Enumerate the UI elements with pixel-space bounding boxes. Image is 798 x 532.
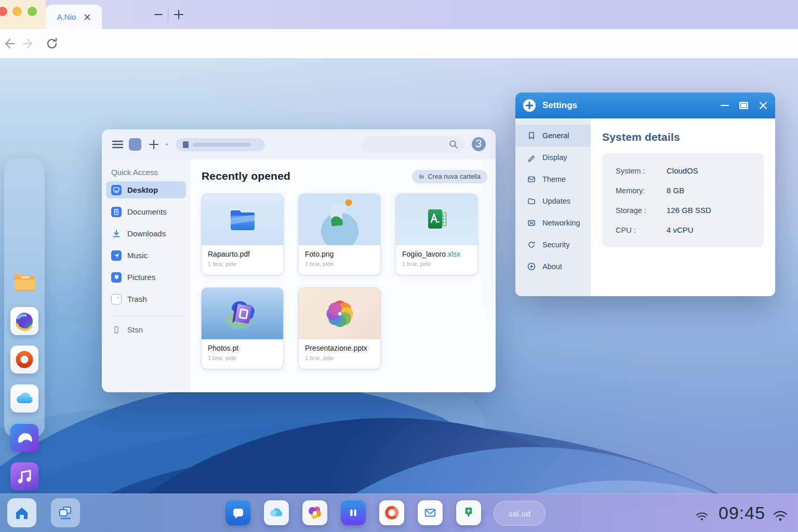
dock-music-app[interactable] bbox=[10, 462, 38, 490]
file-card[interactable]: Presentazione.pptx 1 brar, pide bbox=[299, 288, 380, 369]
file-ext: .png bbox=[320, 250, 334, 258]
detail-value: 126 GB SSD bbox=[667, 206, 750, 215]
desktop-icon bbox=[111, 185, 122, 195]
taskbar-maps-app[interactable] bbox=[456, 500, 481, 525]
dock-browser-app[interactable] bbox=[10, 307, 38, 335]
file-manager-window: Quick Access Desktop Documents bbox=[102, 129, 496, 392]
tabstrip-divider bbox=[168, 7, 168, 22]
settings-nav-theme[interactable]: Theme bbox=[515, 168, 591, 190]
reload-icon[interactable] bbox=[45, 37, 59, 50]
traffic-light-minimize[interactable] bbox=[12, 7, 22, 16]
taskbar-taskview-button[interactable] bbox=[51, 498, 80, 527]
sidebar-item-pictures[interactable]: Pictures bbox=[106, 269, 186, 286]
sidebar-item-stsn[interactable]: Stsn bbox=[106, 321, 186, 338]
taskbar-media-app[interactable] bbox=[341, 500, 366, 525]
taskbar-photos-app[interactable] bbox=[302, 500, 327, 525]
sidebar-item-label: Downloads bbox=[127, 229, 166, 238]
file-card[interactable]: Rapaurto.pdf 1 brar, pide bbox=[202, 194, 283, 275]
sidebar-item-downloads[interactable]: Downloads bbox=[106, 225, 186, 242]
music-folder-icon bbox=[111, 250, 122, 261]
sidebar-item-label: Trash bbox=[127, 295, 147, 303]
sidebar-item-music[interactable]: Music bbox=[106, 247, 186, 264]
settings-nav-about[interactable]: About bbox=[515, 256, 591, 277]
quick-access-header: Quick Access bbox=[111, 168, 190, 177]
fm-search-input[interactable] bbox=[368, 138, 448, 152]
fm-menu-icon[interactable] bbox=[112, 140, 123, 149]
wifi-icon[interactable] bbox=[773, 510, 788, 522]
new-folder-button[interactable]: Crea nuva cartella bbox=[412, 170, 487, 183]
screen: A.Nio desktoponline.it bbox=[0, 0, 798, 532]
wifi-icon[interactable] bbox=[695, 511, 709, 522]
mail-icon bbox=[422, 505, 438, 521]
sidebar-item-label: Music bbox=[127, 251, 148, 260]
fm-view-button[interactable] bbox=[129, 138, 141, 151]
file-manager-toolbar bbox=[102, 129, 496, 159]
browser-tab[interactable]: A.Nio bbox=[46, 5, 102, 29]
file-grid: Rapaurto.pdf 1 brar, pide bbox=[202, 194, 477, 369]
fm-search-field[interactable] bbox=[362, 137, 464, 152]
browser-tabstrip: A.Nio bbox=[0, 0, 798, 29]
detail-label: System : bbox=[616, 167, 667, 175]
settings-nav-updates[interactable]: Updates bbox=[515, 190, 591, 212]
sidebar-item-documents[interactable]: Documents bbox=[106, 203, 186, 220]
sidebar-item-desktop[interactable]: Desktop bbox=[106, 181, 186, 198]
tab-close-icon[interactable] bbox=[84, 14, 90, 20]
pictures-icon bbox=[111, 272, 122, 283]
traffic-light-maximize[interactable] bbox=[28, 7, 37, 16]
taskbar-mail-app[interactable] bbox=[418, 500, 443, 525]
file-name: Fogiio_lavoro bbox=[402, 250, 446, 258]
sidebar-item-label: Stsn bbox=[127, 325, 143, 334]
taskbar-home-button[interactable] bbox=[7, 498, 36, 527]
fm-content: Recently opened Crea nuva cartella bbox=[190, 159, 496, 392]
sidebar-item-trash[interactable]: Trash bbox=[106, 290, 186, 308]
new-tab-icon[interactable] bbox=[174, 9, 184, 20]
fm-path-icon bbox=[183, 141, 189, 148]
dock-files-app[interactable] bbox=[10, 269, 38, 297]
settings-nav-display[interactable]: Display bbox=[515, 147, 591, 168]
sidebar-item-label: Pictures bbox=[127, 273, 155, 282]
dock-office-app[interactable] bbox=[10, 345, 38, 374]
file-card[interactable]: Fogiio_lavoro.xlsx 1 brar, pide bbox=[396, 194, 477, 275]
tab-title: A.Nio bbox=[57, 12, 76, 21]
image-thumb-icon bbox=[319, 194, 361, 245]
taskbar-pill-label: sal.ud bbox=[509, 509, 530, 518]
settings-minimize-icon[interactable] bbox=[720, 103, 729, 108]
settings-nav-label: Theme bbox=[542, 175, 566, 183]
fm-new-icon[interactable] bbox=[149, 139, 159, 150]
settings-nav-general[interactable]: General bbox=[515, 125, 591, 147]
file-card[interactable]: Photos.pt 1 brar, pide bbox=[202, 288, 283, 369]
fm-account-button[interactable] bbox=[472, 137, 486, 151]
fm-path-text-blur bbox=[193, 143, 251, 147]
dock-cloud-app[interactable] bbox=[10, 384, 38, 413]
settings-close-icon[interactable] bbox=[759, 101, 768, 110]
glyph-3-icon bbox=[475, 140, 482, 149]
folder-outline-icon bbox=[527, 196, 536, 206]
taskbar-cloud-app[interactable] bbox=[264, 500, 289, 525]
fm-path-bar[interactable] bbox=[176, 138, 265, 151]
home-icon bbox=[15, 506, 29, 520]
recently-opened-title: Recently opened bbox=[202, 170, 290, 182]
tab-minimize-icon[interactable] bbox=[154, 10, 163, 19]
settings-nav-networking[interactable]: Networking bbox=[515, 212, 591, 234]
taskbar-pill[interactable]: sal.ud bbox=[494, 501, 546, 526]
settings-sidebar: General Display Theme Updates bbox=[515, 118, 591, 296]
taskbar-chat-app[interactable] bbox=[225, 500, 250, 525]
file-card[interactable]: Foto.png 1 brar, pide bbox=[299, 194, 380, 275]
detail-value: CloudOS bbox=[667, 166, 750, 175]
system-details-panel: System : CloudOS Memory: 8 GB Storage : … bbox=[602, 153, 764, 247]
taskbar-apps bbox=[225, 500, 481, 525]
fm-sidebar: Quick Access Desktop Documents bbox=[102, 159, 190, 392]
taskbar-office-app[interactable] bbox=[379, 500, 404, 525]
settings-nav-label: Updates bbox=[542, 197, 570, 205]
back-icon[interactable] bbox=[2, 37, 17, 50]
file-name: Foto bbox=[305, 250, 320, 258]
forward-icon[interactable] bbox=[21, 37, 35, 50]
trash-icon bbox=[111, 294, 122, 304]
info-circle-icon bbox=[527, 262, 536, 271]
settings-maximize-icon[interactable] bbox=[739, 102, 748, 109]
dock-swift-app[interactable] bbox=[10, 424, 38, 452]
settings-nav-security[interactable]: Security bbox=[515, 234, 591, 256]
file-ext: .pdf bbox=[238, 250, 250, 258]
dock: ⚙ bbox=[4, 159, 45, 437]
file-meta: 1 brar, pide bbox=[208, 355, 277, 361]
